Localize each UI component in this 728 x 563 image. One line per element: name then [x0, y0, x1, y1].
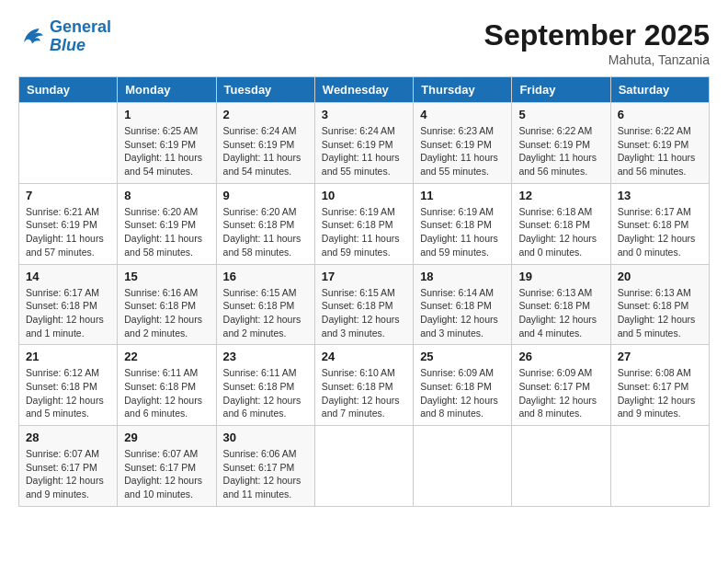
- table-row: 24Sunrise: 6:10 AM Sunset: 6:18 PM Dayli…: [314, 345, 413, 426]
- day-info: Sunrise: 6:07 AM Sunset: 6:17 PM Dayligh…: [26, 447, 110, 501]
- day-number: 21: [26, 350, 110, 363]
- day-info: Sunrise: 6:22 AM Sunset: 6:19 PM Dayligh…: [518, 124, 603, 178]
- day-number: 13: [618, 189, 702, 202]
- day-number: 4: [420, 108, 505, 121]
- calendar-table: Sunday Monday Tuesday Wednesday Thursday…: [18, 76, 710, 507]
- table-row: [314, 426, 413, 507]
- table-row: 4Sunrise: 6:23 AM Sunset: 6:19 PM Daylig…: [414, 103, 512, 184]
- table-row: 23Sunrise: 6:11 AM Sunset: 6:18 PM Dayli…: [216, 345, 314, 426]
- month-title: September 2025: [484, 18, 710, 52]
- day-number: 26: [518, 350, 603, 363]
- table-row: 22Sunrise: 6:11 AM Sunset: 6:18 PM Dayli…: [118, 345, 216, 426]
- day-info: Sunrise: 6:22 AM Sunset: 6:19 PM Dayligh…: [618, 124, 702, 178]
- day-info: Sunrise: 6:18 AM Sunset: 6:18 PM Dayligh…: [518, 205, 603, 259]
- day-info: Sunrise: 6:14 AM Sunset: 6:18 PM Dayligh…: [420, 286, 505, 340]
- table-row: 27Sunrise: 6:08 AM Sunset: 6:17 PM Dayli…: [610, 345, 709, 426]
- day-number: 5: [518, 108, 603, 121]
- day-info: Sunrise: 6:06 AM Sunset: 6:17 PM Dayligh…: [223, 447, 308, 501]
- day-number: 25: [420, 350, 505, 363]
- day-info: Sunrise: 6:21 AM Sunset: 6:19 PM Dayligh…: [26, 205, 110, 259]
- table-row: 25Sunrise: 6:09 AM Sunset: 6:18 PM Dayli…: [414, 345, 512, 426]
- table-row: 19Sunrise: 6:13 AM Sunset: 6:18 PM Dayli…: [512, 264, 610, 345]
- table-row: 18Sunrise: 6:14 AM Sunset: 6:18 PM Dayli…: [414, 264, 512, 345]
- table-row: 28Sunrise: 6:07 AM Sunset: 6:17 PM Dayli…: [19, 426, 118, 507]
- day-info: Sunrise: 6:24 AM Sunset: 6:19 PM Dayligh…: [223, 124, 308, 178]
- day-number: 6: [618, 108, 702, 121]
- calendar-week-row: 7Sunrise: 6:21 AM Sunset: 6:19 PM Daylig…: [19, 183, 710, 264]
- day-number: 24: [322, 350, 406, 363]
- day-number: 19: [518, 270, 603, 283]
- logo-icon: [18, 23, 46, 51]
- table-row: 17Sunrise: 6:15 AM Sunset: 6:18 PM Dayli…: [314, 264, 413, 345]
- table-row: 3Sunrise: 6:24 AM Sunset: 6:19 PM Daylig…: [314, 103, 413, 184]
- day-number: 27: [618, 350, 702, 363]
- day-number: 10: [322, 189, 406, 202]
- col-thursday: Thursday: [414, 77, 512, 103]
- table-row: [414, 426, 512, 507]
- day-info: Sunrise: 6:17 AM Sunset: 6:18 PM Dayligh…: [618, 205, 702, 259]
- table-row: 29Sunrise: 6:07 AM Sunset: 6:17 PM Dayli…: [118, 426, 216, 507]
- calendar-header-row: Sunday Monday Tuesday Wednesday Thursday…: [19, 77, 710, 103]
- day-info: Sunrise: 6:15 AM Sunset: 6:18 PM Dayligh…: [322, 286, 406, 340]
- day-info: Sunrise: 6:19 AM Sunset: 6:18 PM Dayligh…: [420, 205, 505, 259]
- col-friday: Friday: [512, 77, 610, 103]
- day-number: 9: [223, 189, 308, 202]
- day-info: Sunrise: 6:25 AM Sunset: 6:19 PM Dayligh…: [124, 124, 209, 178]
- day-number: 17: [322, 270, 406, 283]
- table-row: 15Sunrise: 6:16 AM Sunset: 6:18 PM Dayli…: [118, 264, 216, 345]
- table-row: 8Sunrise: 6:20 AM Sunset: 6:19 PM Daylig…: [118, 183, 216, 264]
- day-info: Sunrise: 6:23 AM Sunset: 6:19 PM Dayligh…: [420, 124, 505, 178]
- day-number: 16: [223, 270, 308, 283]
- table-row: 14Sunrise: 6:17 AM Sunset: 6:18 PM Dayli…: [19, 264, 118, 345]
- day-number: 20: [618, 270, 702, 283]
- day-info: Sunrise: 6:09 AM Sunset: 6:17 PM Dayligh…: [518, 366, 603, 420]
- table-row: 12Sunrise: 6:18 AM Sunset: 6:18 PM Dayli…: [512, 183, 610, 264]
- col-saturday: Saturday: [610, 77, 709, 103]
- table-row: 30Sunrise: 6:06 AM Sunset: 6:17 PM Dayli…: [216, 426, 314, 507]
- col-monday: Monday: [118, 77, 216, 103]
- day-number: 15: [124, 270, 209, 283]
- table-row: [19, 103, 118, 184]
- day-info: Sunrise: 6:19 AM Sunset: 6:18 PM Dayligh…: [322, 205, 406, 259]
- table-row: 9Sunrise: 6:20 AM Sunset: 6:18 PM Daylig…: [216, 183, 314, 264]
- day-number: 7: [26, 189, 110, 202]
- table-row: [512, 426, 610, 507]
- day-info: Sunrise: 6:11 AM Sunset: 6:18 PM Dayligh…: [223, 366, 308, 420]
- day-info: Sunrise: 6:12 AM Sunset: 6:18 PM Dayligh…: [26, 366, 110, 420]
- col-sunday: Sunday: [19, 77, 118, 103]
- table-row: 21Sunrise: 6:12 AM Sunset: 6:18 PM Dayli…: [19, 345, 118, 426]
- day-info: Sunrise: 6:13 AM Sunset: 6:18 PM Dayligh…: [518, 286, 603, 340]
- table-row: 26Sunrise: 6:09 AM Sunset: 6:17 PM Dayli…: [512, 345, 610, 426]
- day-number: 3: [322, 108, 406, 121]
- day-info: Sunrise: 6:20 AM Sunset: 6:18 PM Dayligh…: [223, 205, 308, 259]
- day-info: Sunrise: 6:07 AM Sunset: 6:17 PM Dayligh…: [124, 447, 209, 501]
- table-row: 6Sunrise: 6:22 AM Sunset: 6:19 PM Daylig…: [610, 103, 709, 184]
- table-row: 5Sunrise: 6:22 AM Sunset: 6:19 PM Daylig…: [512, 103, 610, 184]
- day-info: Sunrise: 6:11 AM Sunset: 6:18 PM Dayligh…: [124, 366, 209, 420]
- day-number: 8: [124, 189, 209, 202]
- table-row: 1Sunrise: 6:25 AM Sunset: 6:19 PM Daylig…: [118, 103, 216, 184]
- col-tuesday: Tuesday: [216, 77, 314, 103]
- table-row: 11Sunrise: 6:19 AM Sunset: 6:18 PM Dayli…: [414, 183, 512, 264]
- day-number: 2: [223, 108, 308, 121]
- day-number: 30: [223, 431, 308, 444]
- logo-text: General Blue: [50, 18, 111, 55]
- day-number: 14: [26, 270, 110, 283]
- day-info: Sunrise: 6:10 AM Sunset: 6:18 PM Dayligh…: [322, 366, 406, 420]
- col-wednesday: Wednesday: [314, 77, 413, 103]
- day-info: Sunrise: 6:17 AM Sunset: 6:18 PM Dayligh…: [26, 286, 110, 340]
- logo: General Blue: [18, 18, 111, 55]
- day-number: 22: [124, 350, 209, 363]
- day-info: Sunrise: 6:08 AM Sunset: 6:17 PM Dayligh…: [618, 366, 702, 420]
- table-row: 16Sunrise: 6:15 AM Sunset: 6:18 PM Dayli…: [216, 264, 314, 345]
- day-info: Sunrise: 6:24 AM Sunset: 6:19 PM Dayligh…: [322, 124, 406, 178]
- calendar-week-row: 28Sunrise: 6:07 AM Sunset: 6:17 PM Dayli…: [19, 426, 710, 507]
- title-block: September 2025 Mahuta, Tanzania: [484, 18, 710, 67]
- day-info: Sunrise: 6:09 AM Sunset: 6:18 PM Dayligh…: [420, 366, 505, 420]
- day-info: Sunrise: 6:13 AM Sunset: 6:18 PM Dayligh…: [618, 286, 702, 340]
- table-row: 20Sunrise: 6:13 AM Sunset: 6:18 PM Dayli…: [610, 264, 709, 345]
- calendar-week-row: 1Sunrise: 6:25 AM Sunset: 6:19 PM Daylig…: [19, 103, 710, 184]
- day-number: 18: [420, 270, 505, 283]
- calendar-week-row: 14Sunrise: 6:17 AM Sunset: 6:18 PM Dayli…: [19, 264, 710, 345]
- day-info: Sunrise: 6:20 AM Sunset: 6:19 PM Dayligh…: [124, 205, 209, 259]
